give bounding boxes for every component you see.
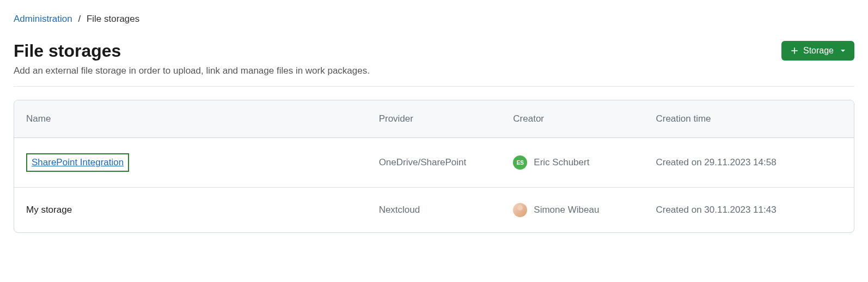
avatar: ES (513, 155, 527, 170)
column-header-creator: Creator (501, 100, 644, 138)
column-header-creation-time: Creation time (644, 100, 854, 138)
column-header-provider: Provider (367, 100, 502, 138)
breadcrumb-parent-link[interactable]: Administration (14, 14, 72, 24)
creator-name: Eric Schubert (534, 157, 589, 168)
table-row: My storage Nextcloud Simone Wibeau Creat… (14, 188, 854, 233)
creation-time: Created on 29.11.2023 14:58 (644, 138, 854, 188)
column-header-name: Name (14, 100, 367, 138)
breadcrumb-current: File storages (87, 14, 139, 24)
creator-name: Simone Wibeau (534, 205, 599, 215)
page-subtitle: Add an external file storage in order to… (14, 65, 854, 76)
page-title: File storages (14, 41, 121, 61)
add-storage-button[interactable]: Storage (781, 41, 854, 61)
table-row: SharePoint Integration OneDrive/SharePoi… (14, 138, 854, 188)
add-storage-button-label: Storage (803, 46, 834, 56)
avatar (513, 203, 527, 217)
highlight-box: SharePoint Integration (26, 153, 129, 172)
storages-table: Name Provider Creator Creation time Shar… (14, 100, 854, 233)
plus-icon (790, 46, 799, 55)
storage-name: My storage (26, 205, 72, 215)
breadcrumb-separator: / (78, 14, 81, 24)
divider (14, 86, 854, 87)
creation-time: Created on 30.11.2023 11:43 (644, 188, 854, 233)
storage-provider: Nextcloud (367, 188, 502, 233)
storage-provider: OneDrive/SharePoint (367, 138, 502, 188)
storage-name-link[interactable]: SharePoint Integration (32, 157, 124, 167)
caret-down-icon (840, 48, 846, 53)
breadcrumb: Administration / File storages (14, 14, 854, 25)
